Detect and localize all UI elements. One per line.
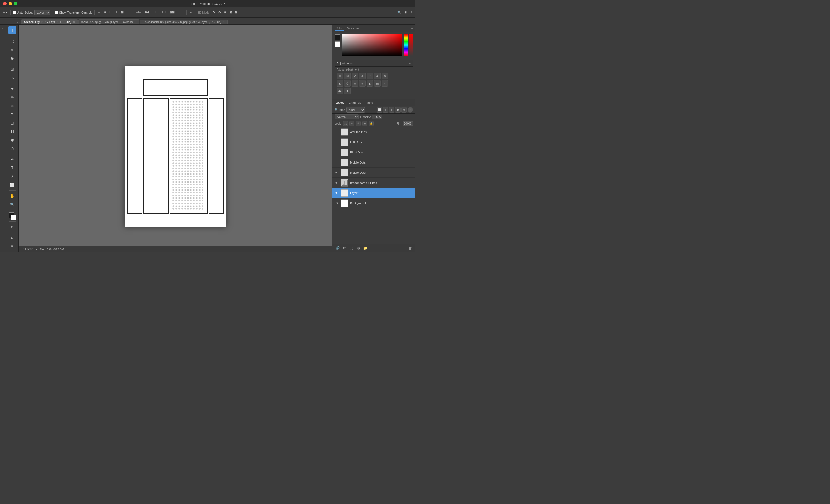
foreground-swatch[interactable] — [334, 34, 341, 40]
type-tool[interactable]: T — [8, 164, 16, 172]
layer-visibility-middle-dots-2[interactable]: 👁 — [334, 171, 339, 174]
align-left-edges[interactable]: ⊣ — [97, 10, 102, 15]
layer-item-right-dots[interactable]: 👁 Right Dots — [332, 147, 415, 158]
clone-stamp-tool[interactable]: ⊛ — [8, 102, 16, 110]
align-right-edges[interactable]: ⊢ — [108, 10, 113, 15]
blend-mode-select[interactable]: Normal — [334, 114, 359, 119]
distribute-left[interactable]: ⊣⊣ — [135, 10, 142, 15]
lock-all[interactable]: 🔒 — [369, 121, 374, 126]
adj-gradient-map[interactable]: ◀▶ — [337, 88, 343, 94]
layer-group-button[interactable]: 📁 — [362, 245, 368, 251]
marquee-tool[interactable]: ⬚ — [8, 37, 16, 45]
color-panel-options[interactable]: ≡ — [411, 27, 413, 30]
3d-rotate[interactable]: ↻ — [212, 10, 216, 15]
filter-shape[interactable]: ⬟ — [395, 107, 401, 112]
healing-tool[interactable]: ✦ — [8, 85, 16, 93]
fill-input[interactable] — [403, 121, 413, 126]
paths-tab[interactable]: Paths — [364, 100, 374, 105]
adj-exposure[interactable]: ◑ — [359, 73, 365, 79]
move-tool-options[interactable]: ✛ ▾ — [2, 10, 8, 15]
shape-tool[interactable]: ⬜ — [8, 181, 16, 189]
layer-item-breadboard-outlines[interactable]: 👁 Breadboard Outlines — [332, 178, 415, 188]
layer-visibility-background[interactable]: 👁 — [334, 201, 339, 205]
distribute-horiz[interactable]: ⊕⊕ — [143, 10, 151, 15]
channels-tab[interactable]: Channels — [348, 100, 362, 105]
traffic-lights[interactable] — [3, 2, 18, 5]
adj-posterize[interactable]: ▦ — [374, 80, 381, 87]
layer-visibility-left-dots[interactable]: 👁 — [334, 140, 339, 144]
crop-tool[interactable]: ⊡ — [8, 65, 16, 73]
screen-mode[interactable]: ⊡ — [8, 234, 16, 242]
align-horiz-centers[interactable]: ⊕ — [103, 10, 107, 15]
tab-breadboard[interactable]: × breadboard-400-point-500x500.jpeg @ 29… — [140, 20, 228, 24]
opacity-input[interactable] — [372, 115, 382, 119]
layers-tab[interactable]: Layers — [334, 100, 346, 105]
color-tab[interactable]: Color — [334, 26, 344, 31]
layer-item-background[interactable]: 👁 Background — [332, 198, 415, 208]
alpha-strip[interactable] — [409, 34, 413, 56]
adj-channel-mixer[interactable]: ⊞ — [352, 80, 358, 87]
layer-adjustment-button[interactable]: ◑ — [355, 245, 361, 251]
3d-pan[interactable]: ⊕ — [223, 10, 227, 15]
adjustments-options[interactable]: ≡ — [409, 62, 411, 65]
adj-brightness[interactable]: ☀ — [337, 73, 343, 79]
search-button[interactable]: 🔍 — [396, 10, 402, 15]
align-top-edges[interactable]: ⊤ — [114, 10, 119, 15]
auto-select-checkbox[interactable] — [13, 11, 16, 14]
background-color[interactable] — [11, 214, 16, 220]
gradient-tool[interactable]: ◧ — [8, 127, 16, 135]
close-button[interactable] — [3, 2, 7, 5]
adj-curves[interactable]: ↗ — [352, 73, 358, 79]
auto-select-label[interactable]: Auto-Select: — [13, 11, 33, 14]
distribute-vert[interactable]: ⊟⊟ — [169, 10, 176, 15]
layer-filter-select[interactable]: Kind — [346, 107, 365, 112]
tab-close-untitled[interactable]: ✕ — [73, 21, 75, 24]
align-bottom-edges[interactable]: ⊥ — [126, 10, 130, 15]
tab-arduino[interactable]: × Arduino.jpg @ 193% (Layer 0, RGB/8#) ✕ — [78, 19, 139, 24]
layer-visibility-arduino-pins[interactable]: 👁 — [334, 130, 339, 134]
align-vert-centers[interactable]: ⊟ — [120, 10, 125, 15]
pen-tool[interactable]: ✒ — [8, 155, 16, 163]
lock-transparent-pixels[interactable]: ⬚ — [343, 121, 348, 126]
share-button[interactable]: ↗ — [409, 10, 413, 15]
adj-photo-filter[interactable]: ⬡ — [344, 80, 351, 87]
hand-tool[interactable]: ✋ — [8, 192, 16, 200]
distribute-bottom[interactable]: ⊥⊥ — [177, 10, 184, 15]
blur-tool[interactable]: ◉ — [8, 136, 16, 144]
lock-position[interactable]: ✛ — [356, 121, 361, 126]
3d-slide[interactable]: ⊡ — [228, 10, 233, 15]
layer-visibility-breadboard-outlines[interactable]: 👁 — [334, 181, 339, 184]
layer-visibility-layer1[interactable]: 👁 — [334, 191, 339, 195]
swatches-tab[interactable]: Swatches — [346, 26, 361, 30]
distribute-right[interactable]: ⊢⊢ — [152, 10, 159, 15]
eraser-tool[interactable]: ◻ — [8, 119, 16, 127]
adj-threshold[interactable]: ▲ — [382, 80, 388, 87]
layer-item-middle-dots-2[interactable]: 👁 Middle Dots — [332, 168, 415, 178]
filter-type[interactable]: T — [389, 107, 394, 112]
quick-select-tool[interactable]: ⊕ — [8, 54, 16, 62]
auto-align[interactable]: ◈ — [189, 10, 193, 15]
workspace-button[interactable]: ⊡ — [403, 10, 408, 15]
path-select-tool[interactable]: ↗ — [8, 172, 16, 180]
filter-toggle[interactable]: ● — [408, 107, 413, 112]
maximize-button[interactable] — [14, 2, 18, 5]
lasso-tool[interactable]: ⌾ — [8, 46, 16, 54]
layer-link-button[interactable]: 🔗 — [334, 245, 341, 251]
collapse-panel-icon[interactable]: « — [1, 26, 5, 31]
quick-mask-mode[interactable]: ⊟ — [8, 223, 16, 231]
filter-adj[interactable]: ◈ — [383, 107, 388, 112]
layer-mask-button[interactable]: ⬚ — [348, 245, 354, 251]
adj-color-lookup[interactable]: ⊟ — [359, 80, 365, 87]
canvas-area[interactable]: /* dots via JS below */ — [19, 25, 332, 252]
eyedropper-tool[interactable]: ⌲ — [8, 74, 16, 82]
move-tool[interactable]: ✛ — [8, 26, 16, 34]
show-transform-checkbox[interactable] — [55, 11, 58, 14]
tab-close-arduino[interactable]: ✕ — [134, 21, 136, 24]
3d-scale[interactable]: ⊞ — [234, 10, 238, 15]
adj-black-white[interactable]: ◐ — [337, 80, 343, 87]
frame-mode[interactable]: ⊞ — [8, 242, 16, 250]
filter-pixel[interactable]: ⬜ — [377, 107, 382, 112]
adj-color-balance[interactable]: ⊕ — [382, 73, 388, 79]
layer-item-arduino-pins[interactable]: 👁 Arduino Pins — [332, 127, 415, 137]
color-swatches[interactable] — [8, 212, 16, 220]
